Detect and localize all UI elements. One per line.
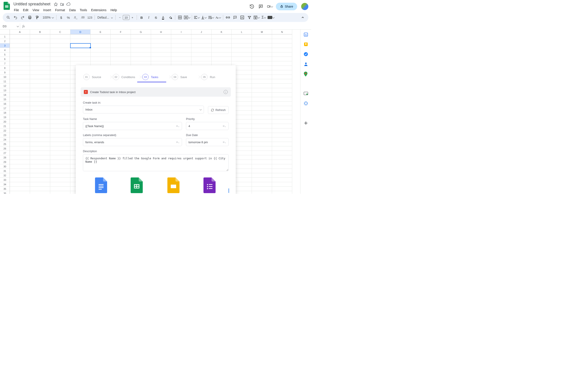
cell-E4[interactable] xyxy=(91,48,111,52)
row-header-18[interactable]: 18 xyxy=(0,110,10,115)
row-header-29[interactable]: 29 xyxy=(0,160,10,164)
cell-N13[interactable] xyxy=(272,88,292,93)
print-icon[interactable] xyxy=(26,14,33,21)
cell-A1[interactable] xyxy=(10,34,30,39)
cell-M13[interactable] xyxy=(252,88,272,93)
cell-A32[interactable] xyxy=(10,173,30,178)
cell-C24[interactable] xyxy=(50,137,70,142)
cell-A34[interactable] xyxy=(10,182,30,187)
cell-B6[interactable] xyxy=(30,57,50,61)
row-header-13[interactable]: 13 xyxy=(0,88,10,93)
cell-I1[interactable] xyxy=(171,34,191,39)
comments-icon[interactable] xyxy=(258,4,264,9)
cell-H1[interactable] xyxy=(151,34,171,39)
cell-M23[interactable] xyxy=(252,133,272,137)
cell-N19[interactable] xyxy=(272,115,292,119)
insert-variable-icon[interactable]: ≡₊ xyxy=(223,124,226,128)
cell-K2[interactable] xyxy=(212,39,232,43)
account-avatar[interactable] xyxy=(301,3,308,10)
cell-N36[interactable] xyxy=(272,191,292,194)
cell-M6[interactable] xyxy=(252,57,272,61)
cell-C5[interactable] xyxy=(50,52,70,57)
row-header-25[interactable]: 25 xyxy=(0,142,10,146)
labels-input[interactable]: forms, errands ≡₊ xyxy=(83,138,182,146)
decrease-decimal-icon[interactable]: .0_ xyxy=(72,14,79,21)
cell-N21[interactable] xyxy=(272,124,292,128)
cell-B18[interactable] xyxy=(30,110,50,115)
cell-B22[interactable] xyxy=(30,128,50,133)
cell-A4[interactable] xyxy=(10,48,30,52)
cell-L7[interactable] xyxy=(232,61,252,66)
cell-N29[interactable] xyxy=(272,160,292,164)
cell-N4[interactable] xyxy=(272,48,292,52)
row-header-26[interactable]: 26 xyxy=(0,146,10,151)
cell-A16[interactable] xyxy=(10,102,30,106)
app-slides[interactable]: Google Slides xyxy=(162,177,185,194)
cell-A12[interactable] xyxy=(10,84,30,88)
cell-B19[interactable] xyxy=(30,115,50,119)
cell-M15[interactable] xyxy=(252,97,272,102)
history-icon[interactable] xyxy=(249,4,255,9)
cell-J6[interactable] xyxy=(191,57,212,61)
cell-N14[interactable] xyxy=(272,93,292,97)
cell-A14[interactable] xyxy=(10,93,30,97)
row-header-31[interactable]: 31 xyxy=(0,169,10,173)
col-header-A[interactable]: A xyxy=(10,30,30,34)
cell-M10[interactable] xyxy=(252,75,272,79)
cell-M29[interactable] xyxy=(252,160,272,164)
select-all-corner[interactable] xyxy=(0,30,10,34)
menu-data[interactable]: Data xyxy=(67,7,78,13)
addon-icon-1[interactable] xyxy=(304,91,308,96)
cell-F5[interactable] xyxy=(111,52,131,57)
cell-A24[interactable] xyxy=(10,137,30,142)
cell-A22[interactable] xyxy=(10,128,30,133)
cell-B16[interactable] xyxy=(30,102,50,106)
cell-B23[interactable] xyxy=(30,133,50,137)
cell-M17[interactable] xyxy=(252,106,272,110)
cell-N7[interactable] xyxy=(272,61,292,66)
cell-A3[interactable] xyxy=(10,43,30,48)
cell-G5[interactable] xyxy=(131,52,151,57)
contacts-icon[interactable] xyxy=(304,62,308,66)
cell-A19[interactable] xyxy=(10,115,30,119)
cell-E2[interactable] xyxy=(91,39,111,43)
cell-N6[interactable] xyxy=(272,57,292,61)
row-header-24[interactable]: 24 xyxy=(0,137,10,142)
cell-A8[interactable] xyxy=(10,66,30,70)
cell-K5[interactable] xyxy=(212,52,232,57)
cell-I6[interactable] xyxy=(171,57,191,61)
cell-C29[interactable] xyxy=(50,160,70,164)
cell-N20[interactable] xyxy=(272,119,292,124)
cell-N33[interactable] xyxy=(272,178,292,182)
row-header-11[interactable]: 11 xyxy=(0,79,10,84)
cell-B32[interactable] xyxy=(30,173,50,178)
meet-icon[interactable] xyxy=(267,4,273,9)
cell-B29[interactable] xyxy=(30,160,50,164)
cell-N16[interactable] xyxy=(272,102,292,106)
cell-A11[interactable] xyxy=(10,79,30,84)
app-forms[interactable]: Google Forms xyxy=(198,177,221,194)
col-header-F[interactable]: F xyxy=(111,30,131,34)
cell-N12[interactable] xyxy=(272,84,292,88)
description-textarea[interactable] xyxy=(83,154,229,171)
text-color-icon[interactable]: A xyxy=(160,14,166,21)
cell-N23[interactable] xyxy=(272,133,292,137)
text-rotation-icon[interactable]: A▸ xyxy=(215,14,222,21)
cell-K1[interactable] xyxy=(212,34,232,39)
functions-icon[interactable]: Σ xyxy=(260,14,267,21)
cell-N27[interactable] xyxy=(272,151,292,155)
font-family-dropdown[interactable]: Defaul... xyxy=(96,16,114,19)
cell-M21[interactable] xyxy=(252,124,272,128)
cell-B14[interactable] xyxy=(30,93,50,97)
row-header-17[interactable]: 17 xyxy=(0,106,10,110)
cell-B13[interactable] xyxy=(30,88,50,93)
cell-M22[interactable] xyxy=(252,128,272,133)
cell-H6[interactable] xyxy=(151,57,171,61)
text-wrap-icon[interactable] xyxy=(208,14,215,21)
cell-M12[interactable] xyxy=(252,84,272,88)
cell-C31[interactable] xyxy=(50,169,70,173)
cell-B21[interactable] xyxy=(30,124,50,128)
insert-comment-icon[interactable] xyxy=(232,14,238,21)
cell-L2[interactable] xyxy=(232,39,252,43)
cell-A30[interactable] xyxy=(10,164,30,169)
